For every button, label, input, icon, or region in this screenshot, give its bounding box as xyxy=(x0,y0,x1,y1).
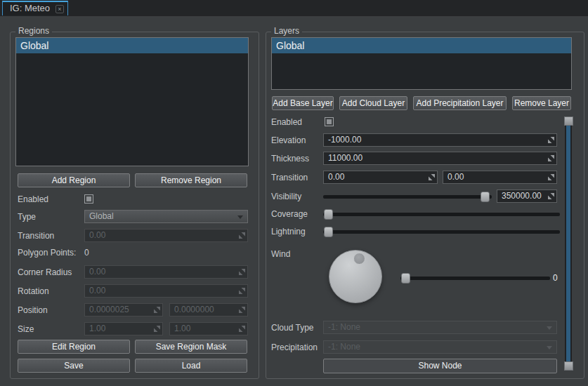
edit-region-button[interactable]: Edit Region xyxy=(18,340,130,354)
wind-slider[interactable] xyxy=(400,271,550,285)
layer-enabled-label: Enabled xyxy=(271,115,302,129)
slider-handle[interactable] xyxy=(401,273,410,284)
wind-label: Wind xyxy=(271,247,290,261)
region-list-item-global[interactable]: Global xyxy=(16,38,248,53)
spin-arrows-icon xyxy=(239,232,245,239)
spin-arrows-icon xyxy=(239,307,245,313)
elevation-spinbox[interactable]: -1000.00 xyxy=(323,133,557,147)
remove-layer-button[interactable]: Remove Layer xyxy=(512,96,571,110)
remove-region-button[interactable]: Remove Region xyxy=(135,173,247,187)
size-x-value: 1.00 xyxy=(89,324,105,333)
app-window: IG: Meteo × Regions Global Add Region Re… xyxy=(0,0,588,386)
spin-arrows-icon[interactable] xyxy=(548,137,554,143)
visibility-spinbox[interactable]: 350000.00 xyxy=(497,189,557,203)
chevron-down-icon xyxy=(547,346,552,350)
chevron-down-icon[interactable] xyxy=(237,215,243,219)
region-transition-value: 0.00 xyxy=(89,230,105,240)
precipitation-select: -1: None xyxy=(323,340,557,354)
spin-arrows-icon[interactable] xyxy=(548,174,554,180)
regions-group-title: Regions xyxy=(15,26,52,36)
tab-bar: IG: Meteo × xyxy=(0,0,588,16)
slider-groove[interactable] xyxy=(323,213,560,216)
lightning-slider[interactable] xyxy=(323,226,560,237)
slider-handle[interactable] xyxy=(324,209,333,220)
coverage-label: Coverage xyxy=(271,208,308,220)
layer-transition-label: Transition xyxy=(271,171,308,185)
scrollbar-handle-top[interactable] xyxy=(564,117,573,126)
visibility-value: 350000.00 xyxy=(502,191,542,201)
spin-arrows-icon xyxy=(239,269,245,275)
polygon-points-label: Polygon Points: xyxy=(18,246,76,260)
position-y-spinbox: 0.0000000 xyxy=(169,303,248,317)
region-type-label: Type xyxy=(18,210,36,224)
scrollbar-track[interactable] xyxy=(565,126,572,363)
rotation-spinbox: 0.00 xyxy=(84,284,248,298)
position-x-value: 0.0000025 xyxy=(89,305,129,314)
position-y-value: 0.0000000 xyxy=(174,305,214,314)
add-precipitation-layer-button[interactable]: Add Precipitation Layer xyxy=(413,96,507,110)
elevation-value: -1000.00 xyxy=(328,135,361,145)
elevation-label: Elevation xyxy=(271,133,306,147)
tab-close-icon[interactable]: × xyxy=(55,5,64,13)
position-label: Position xyxy=(18,303,48,317)
regions-group: Regions Global Add Region Remove Region … xyxy=(10,32,259,379)
visibility-label: Visibility xyxy=(271,189,301,204)
layer-list-item-global[interactable]: Global xyxy=(272,38,571,53)
add-cloud-layer-button[interactable]: Add Cloud Layer xyxy=(339,96,407,110)
position-x-spinbox: 0.0000025 xyxy=(84,303,163,317)
layers-list[interactable]: Global xyxy=(271,37,572,90)
region-type-value: Global xyxy=(89,211,114,221)
polygon-points-value: 0 xyxy=(84,246,89,260)
wind-dial-indicator xyxy=(353,253,365,265)
slider-handle[interactable] xyxy=(481,192,490,202)
wind-value: 0 xyxy=(553,271,558,285)
spin-arrows-icon xyxy=(154,307,160,313)
save-button[interactable]: Save xyxy=(18,359,130,373)
slider-handle[interactable] xyxy=(324,227,333,237)
spin-arrows-icon[interactable] xyxy=(548,155,554,161)
region-type-select[interactable]: Global xyxy=(84,210,248,223)
coverage-slider[interactable] xyxy=(323,208,560,220)
visibility-slider[interactable] xyxy=(323,189,492,204)
tab-title: IG: Meteo xyxy=(10,3,50,13)
layer-enabled-checkbox[interactable] xyxy=(325,117,334,126)
precipitation-value: -1: None xyxy=(328,342,360,352)
layer-transition-b-spinbox[interactable]: 0.00 xyxy=(443,171,557,184)
spin-arrows-icon xyxy=(154,326,160,332)
spin-arrows-icon[interactable] xyxy=(548,193,554,199)
corner-radius-spinbox: 0.00 xyxy=(84,265,248,279)
layers-group: Layers Global Add Base Layer Add Cloud L… xyxy=(266,32,584,379)
cloud-type-select: -1: None xyxy=(323,321,557,334)
wind-dial[interactable] xyxy=(329,250,382,303)
layer-transition-b-value: 0.00 xyxy=(447,172,464,182)
slider-groove[interactable] xyxy=(400,277,550,280)
spin-arrows-icon xyxy=(239,288,245,294)
tab-ig-meteo[interactable]: IG: Meteo × xyxy=(2,1,68,15)
slider-groove[interactable] xyxy=(323,230,560,234)
region-enabled-checkbox[interactable] xyxy=(84,194,93,204)
spin-arrows-icon xyxy=(239,326,245,332)
scrollbar-handle-bottom[interactable] xyxy=(564,361,573,371)
show-node-button[interactable]: Show Node xyxy=(323,359,557,373)
region-transition-label: Transition xyxy=(18,229,54,243)
thickness-spinbox[interactable]: 11000.00 xyxy=(323,152,557,165)
size-label: Size xyxy=(18,322,34,336)
layer-transition-a-spinbox[interactable]: 0.00 xyxy=(323,171,438,184)
layers-group-title: Layers xyxy=(271,26,302,36)
cloud-type-value: -1: None xyxy=(328,322,360,332)
cloud-type-label: Cloud Type xyxy=(271,321,314,335)
corner-radius-label: Corner Radius xyxy=(18,265,72,279)
size-x-spinbox: 1.00 xyxy=(84,322,163,335)
spin-arrows-icon[interactable] xyxy=(429,174,435,180)
add-base-layer-button[interactable]: Add Base Layer xyxy=(272,96,334,110)
rotation-label: Rotation xyxy=(18,284,49,298)
regions-list[interactable]: Global xyxy=(15,37,249,166)
load-button[interactable]: Load xyxy=(135,359,247,373)
slider-groove[interactable] xyxy=(323,195,492,199)
save-region-mask-button[interactable]: Save Region Mask xyxy=(135,340,247,354)
chevron-down-icon xyxy=(547,326,552,330)
thickness-label: Thickness xyxy=(271,152,309,166)
layer-transition-a-value: 0.00 xyxy=(328,172,344,182)
add-region-button[interactable]: Add Region xyxy=(18,173,130,187)
thickness-value: 11000.00 xyxy=(328,153,362,163)
